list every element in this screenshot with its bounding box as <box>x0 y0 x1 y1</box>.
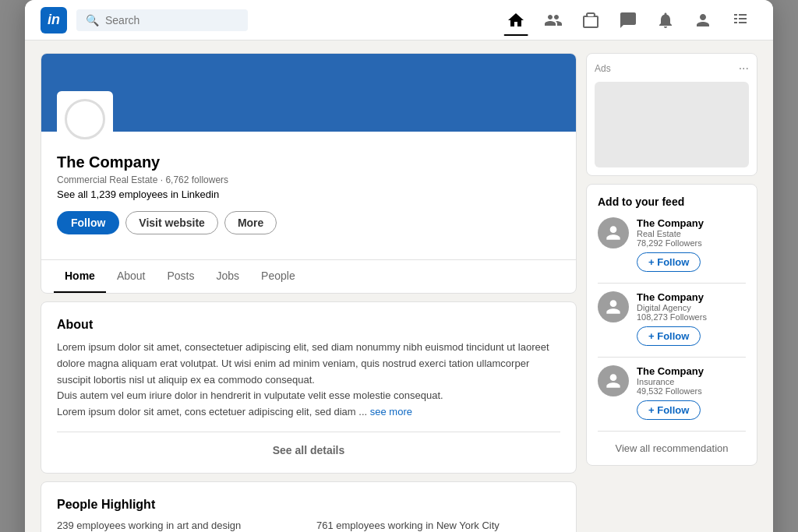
ads-card: Ads ··· <box>586 53 757 176</box>
feed-followers-2: 108,273 Followers <box>637 312 746 322</box>
feed-info-3: The Company Insurance 49,532 Followers +… <box>637 365 746 420</box>
visit-website-button[interactable]: Visit website <box>125 211 218 234</box>
feed-company-name-1: The Company <box>637 217 746 229</box>
employees-link[interactable]: See all 1,239 employees in Linkedin <box>57 188 560 200</box>
nav-network[interactable] <box>536 8 570 33</box>
profile-tabs: Home About Posts Jobs People <box>41 259 576 293</box>
tab-about[interactable]: About <box>106 260 157 293</box>
ads-label: Ads <box>595 63 611 74</box>
feed-card: Add to your feed The Company Real Estate… <box>586 184 757 466</box>
feed-company-name-3: The Company <box>637 365 746 377</box>
about-text: Lorem ipsum dolor sit amet, consectetuer… <box>57 340 560 421</box>
feed-company-type-3: Insurance <box>637 377 746 386</box>
feed-follow-button-2[interactable]: + Follow <box>637 326 701 346</box>
people-highlight-card: People Highlight 239 employees working i… <box>41 481 577 532</box>
app-window: in 🔍 <box>25 0 773 532</box>
main-content: The Company Commercial Real Estate · 6,7… <box>25 41 773 532</box>
highlight-item-2: 761 employees working in New York City +… <box>316 520 560 532</box>
nav-icons <box>499 8 757 33</box>
nav-home[interactable] <box>499 8 533 33</box>
profile-info: The Company Commercial Real Estate · 6,7… <box>41 132 576 259</box>
feed-company-type-2: Digital Agency <box>637 303 746 312</box>
feed-item-2: The Company Digital Agency 108,273 Follo… <box>598 291 746 346</box>
nav-apps[interactable] <box>723 8 757 33</box>
people-highlight-title: People Highlight <box>57 498 560 512</box>
see-all-link[interactable]: See all details <box>273 444 345 456</box>
tab-home[interactable]: Home <box>54 260 106 293</box>
ads-placeholder <box>595 82 749 167</box>
feed-company-type-1: Real Estate <box>637 229 746 238</box>
nav-messages[interactable] <box>611 8 645 33</box>
search-icon: 🔍 <box>86 14 99 26</box>
feed-followers-1: 78,292 Followers <box>637 238 746 248</box>
right-column: Ads ··· Add to your feed The Company Rea… <box>586 53 757 532</box>
tab-people[interactable]: People <box>250 260 306 293</box>
search-input[interactable] <box>105 14 238 26</box>
nav-notifications[interactable] <box>648 8 683 33</box>
feed-item-1: The Company Real Estate 78,292 Followers… <box>598 217 746 272</box>
about-title: About <box>57 318 560 332</box>
tab-jobs[interactable]: Jobs <box>206 260 251 293</box>
search-bar[interactable]: 🔍 <box>76 9 248 31</box>
highlight-label-2: 761 employees working in New York City <box>316 520 560 531</box>
see-more-link[interactable]: see more <box>370 406 412 417</box>
highlight-item-1: 239 employees working in art and design … <box>57 520 301 532</box>
feed-divider-1 <box>598 283 746 284</box>
linkedin-logo[interactable]: in <box>41 7 67 33</box>
logo-circle <box>65 99 105 139</box>
tab-posts[interactable]: Posts <box>157 260 206 293</box>
feed-avatar-2 <box>598 291 629 322</box>
feed-info-2: The Company Digital Agency 108,273 Follo… <box>637 291 746 346</box>
feed-avatar-1 <box>598 217 629 248</box>
feed-info-1: The Company Real Estate 78,292 Followers… <box>637 217 746 272</box>
cover-photo <box>41 54 576 132</box>
about-card: About Lorem ipsum dolor sit amet, consec… <box>41 301 577 474</box>
ads-dots[interactable]: ··· <box>739 62 749 76</box>
feed-divider-2 <box>598 357 746 358</box>
left-column: The Company Commercial Real Estate · 6,7… <box>41 53 577 532</box>
feed-follow-button-1[interactable]: + Follow <box>637 252 701 272</box>
nav-profile[interactable] <box>686 8 720 33</box>
feed-avatar-3 <box>598 365 629 396</box>
highlight-grid: 239 employees working in art and design … <box>57 520 560 532</box>
company-logo <box>57 91 113 147</box>
highlight-label-1: 239 employees working in art and design <box>57 520 301 531</box>
more-button[interactable]: More <box>224 211 277 234</box>
ads-header: Ads ··· <box>595 62 749 76</box>
see-all-details: See all details <box>57 432 560 457</box>
action-buttons: Follow Visit website More <box>57 211 560 234</box>
feed-divider-3 <box>598 431 746 432</box>
company-name: The Company <box>57 153 560 171</box>
feed-follow-button-3[interactable]: + Follow <box>637 400 701 420</box>
profile-card: The Company Commercial Real Estate · 6,7… <box>41 53 577 294</box>
feed-followers-3: 49,532 Followers <box>637 386 746 396</box>
nav-jobs[interactable] <box>574 8 608 33</box>
view-all-link[interactable]: View all recommendation <box>598 439 746 454</box>
company-meta: Commercial Real Estate · 6,762 followers <box>57 174 560 185</box>
feed-item-3: The Company Insurance 49,532 Followers +… <box>598 365 746 420</box>
navbar: in 🔍 <box>25 0 773 41</box>
follow-button[interactable]: Follow <box>57 211 119 234</box>
feed-title: Add to your feed <box>598 196 746 208</box>
feed-company-name-2: The Company <box>637 291 746 303</box>
